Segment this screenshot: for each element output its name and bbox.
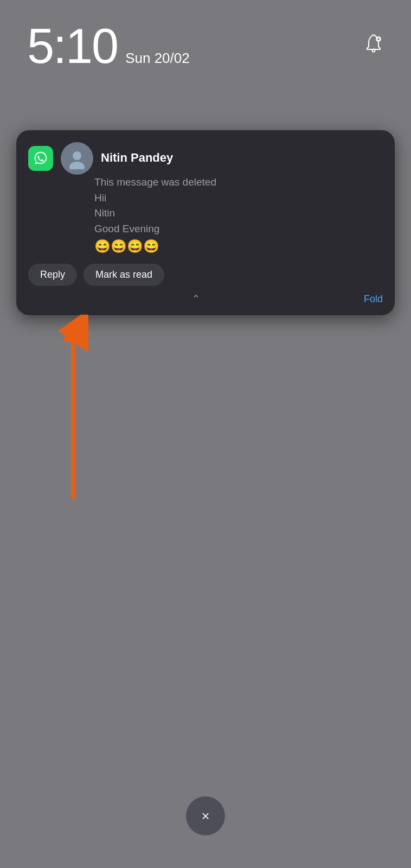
reply-button[interactable]: Reply (28, 264, 77, 286)
close-button[interactable]: × (186, 796, 225, 835)
notification-footer: ⌃ Fold (28, 292, 383, 305)
emoji-line: 😄😄😄😄 (94, 239, 383, 254)
notification-card: Nitin Pandey This message was deleted Hi… (16, 130, 395, 315)
notification-actions: Reply Mark as read (28, 264, 383, 286)
message-line-3: Nitin (94, 206, 383, 221)
close-icon: × (201, 809, 209, 823)
message-line-1: This message was deleted (94, 175, 383, 190)
whatsapp-app-icon (28, 146, 53, 171)
bell-settings-icon (363, 33, 384, 58)
mark-as-read-button[interactable]: Mark as read (84, 264, 164, 286)
message-line-4: Good Evening (94, 221, 383, 237)
svg-point-2 (73, 151, 81, 160)
notification-content: This message was deleted Hii Nitin Good … (94, 175, 383, 254)
status-bar: 5:10 Sun 20/02 (0, 0, 411, 81)
time-section: 5:10 Sun 20/02 (27, 22, 190, 71)
chevron-up-icon[interactable]: ⌃ (191, 292, 201, 305)
svg-point-0 (373, 49, 375, 52)
clock: 5:10 (27, 22, 118, 71)
svg-marker-6 (62, 320, 84, 342)
sender-name: Nitin Pandey (101, 151, 173, 165)
notification-header: Nitin Pandey (28, 142, 383, 175)
svg-point-3 (69, 162, 85, 169)
message-line-2: Hii (94, 190, 383, 206)
contact-avatar (61, 142, 93, 175)
date: Sun 20/02 (125, 50, 190, 67)
status-icons (363, 22, 384, 58)
arrow-annotation (43, 315, 108, 505)
fold-button[interactable]: Fold (364, 293, 383, 305)
